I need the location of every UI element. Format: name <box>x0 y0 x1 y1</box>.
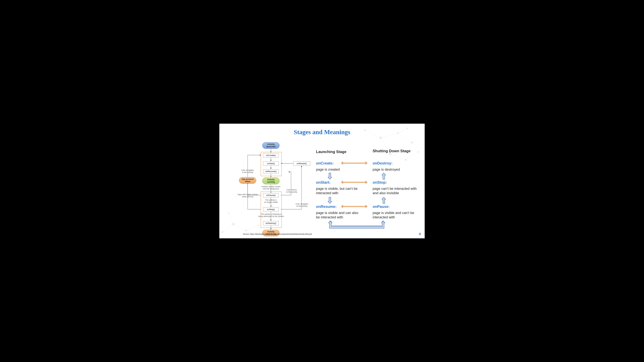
down-arrow-2 <box>328 197 332 204</box>
label-finishing: The activity is finishing orbeing destro… <box>258 213 284 218</box>
label-apps-priority: Apps with higher priorityneed memory <box>236 194 260 198</box>
ondestroy-title: onDestroy: <box>373 161 392 165</box>
onstart-title: onStart: <box>316 180 330 185</box>
oncreate-title: onCreate: <box>316 161 334 165</box>
svg-point-13 <box>405 159 407 161</box>
node-onstart: onStart() <box>263 161 279 166</box>
source-citation: Source: https://developer.android.com/gu… <box>243 233 312 235</box>
node-onpause: onPause() <box>263 193 279 198</box>
down-arrow-1 <box>328 173 332 180</box>
onpause-title: onPause: <box>373 204 390 209</box>
onresume-desc: page is visible and can also be interact… <box>316 211 358 219</box>
onresume-title: onResume: <box>316 204 336 209</box>
label-user-nav-top: User navigatesto the activity <box>240 169 256 174</box>
onstart-desc: page is visible, but can’t be interacted… <box>316 187 358 195</box>
double-arrow-2 <box>341 181 368 183</box>
onstop-desc: page can’t be interacted with and also i… <box>373 187 418 195</box>
node-onrestart: onRestart() <box>293 161 310 166</box>
svg-point-19 <box>222 231 224 233</box>
node-activity-running: Activityrunning <box>262 177 280 184</box>
node-activity-launched: Activitylaunched <box>262 142 280 149</box>
svg-point-22 <box>228 212 230 214</box>
svg-point-14 <box>418 151 419 153</box>
lifecycle-flowchart: Activitylaunched onCreate() onStart() on… <box>230 139 312 237</box>
node-onresume: onResume() <box>263 169 279 174</box>
double-arrow-3 <box>341 205 368 208</box>
onpause-desc: page is visible and can’t be interacted … <box>373 211 418 219</box>
u-connector <box>328 221 386 229</box>
node-app-killed: App processkilled <box>239 177 256 184</box>
node-ondestroy: onDestroy() <box>263 221 279 225</box>
svg-line-5 <box>390 153 406 160</box>
slide: Stages and Meanings <box>219 124 425 238</box>
up-arrow-2 <box>382 197 386 204</box>
slide-title: Stages and Meanings <box>219 128 425 136</box>
svg-point-8 <box>380 137 382 139</box>
label-user-returns: User returnsto the activity <box>284 189 299 193</box>
node-oncreate: onCreate() <box>263 153 279 158</box>
ondestroy-desc: page is destroyed <box>373 167 400 172</box>
header-launching: Launching Stage <box>316 150 346 154</box>
label-user-nav-bottom: User navigatesto the activity <box>294 203 310 207</box>
node-onstop: onStop() <box>263 207 279 212</box>
page-number: 4 <box>419 232 421 236</box>
oncreate-desc: page is created <box>316 167 340 172</box>
up-arrow-1 <box>382 173 386 180</box>
onstop-title: onStop: <box>373 180 387 185</box>
svg-point-10 <box>411 141 413 144</box>
label-no-longer-vis: The activity isno longer visible <box>262 199 280 203</box>
double-arrow-1 <box>341 162 368 164</box>
header-shutdown: Shutting Down Stage <box>373 149 410 153</box>
label-another-fg: Another activity comesinto the foregroun… <box>258 186 284 190</box>
